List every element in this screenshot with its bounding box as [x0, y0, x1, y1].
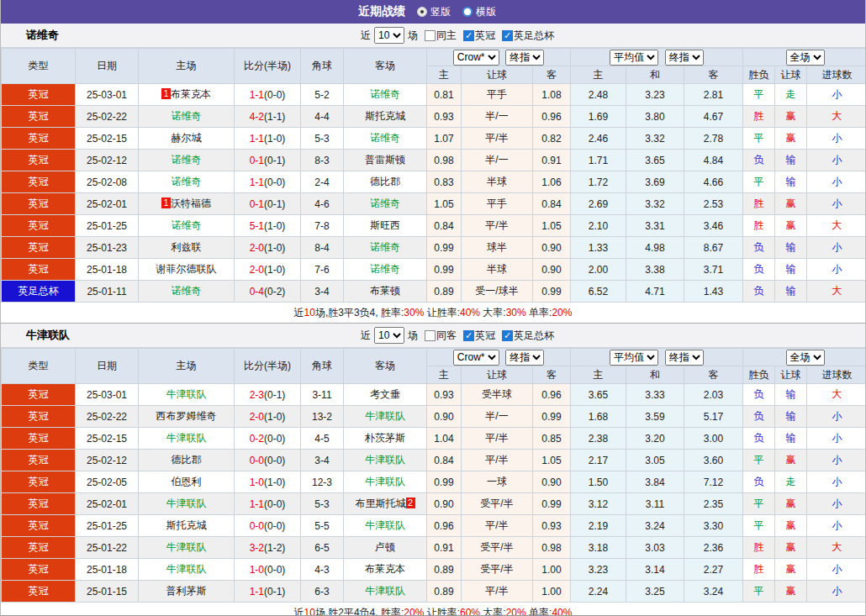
match-date: 25-02-12 [76, 450, 139, 471]
summary-segment: 近 [294, 307, 304, 319]
match-row: 英足总杯25-01-11诺维奇0-4(0-2)3-4布莱顿0.89受一/球半0.… [2, 281, 866, 303]
same-home-checkbox[interactable] [425, 30, 436, 41]
result-goals: 小 [807, 237, 866, 259]
result-goals: 小 [807, 259, 866, 281]
avg-home: 1.72 [571, 171, 626, 193]
summary-segment: 让胜率: [424, 307, 460, 319]
result-outcome: 负 [743, 384, 775, 406]
fulltime-score: 1-0 [250, 564, 264, 576]
league-badge: 英冠 [2, 84, 76, 106]
odds-provider-select[interactable]: Crow* [453, 350, 499, 366]
league-badge: 英冠 [2, 193, 76, 215]
avg-draw: 3.11 [626, 493, 684, 515]
odds-away: 0.99 [533, 406, 571, 428]
vertical-layout-radio[interactable] [417, 7, 427, 17]
fulltime-score: 2-0 [250, 411, 264, 423]
fulltime-score: 1-1 [250, 498, 264, 510]
away-team-name: 斯托克城 [365, 110, 405, 122]
result-handicap: 输 [775, 428, 807, 450]
home-team-name: 诺维奇 [172, 176, 202, 187]
avg-provider-select[interactable]: 平均值 [610, 50, 658, 66]
result-handicap: 赢 [775, 193, 807, 215]
result-handicap: 赢 [775, 537, 807, 559]
match-row: 英冠25-01-23利兹联2-0(1-0)8-4诺维奇0.99球半0.901.3… [2, 237, 866, 259]
section-oxford: 牛津联队 近 10 场 同客 英冠 英足总杯 类型 [1, 324, 865, 616]
avg-provider-select[interactable]: 平均值 [610, 350, 658, 366]
league-championship-checkbox[interactable] [463, 30, 474, 41]
home-team-cell: 1沃特福德 [139, 193, 235, 215]
home-team-cell: 诺维奇 [139, 171, 235, 193]
home-team-name: 斯托克城 [166, 519, 207, 531]
odds-home: 0.90 [427, 493, 462, 515]
match-date: 25-02-12 [76, 150, 139, 171]
red-card-badge: 1 [161, 197, 171, 208]
halftime-score: (1-0) [264, 264, 285, 276]
horizontal-layout-radio[interactable] [462, 7, 473, 17]
score-cell: 2-0(1-0) [235, 259, 301, 281]
halftime-score: (1-1) [264, 111, 285, 123]
corners: 2-4 [301, 171, 344, 193]
near-label: 近 [361, 329, 371, 343]
avg-time-select[interactable]: 终指 [665, 50, 704, 66]
summary-segment: 20% [404, 607, 424, 616]
home-team-cell: 诺维奇 [139, 215, 235, 237]
match-date: 25-02-15 [76, 428, 139, 450]
match-date: 25-01-25 [76, 515, 139, 537]
fulltime-score: 1-0 [250, 476, 264, 488]
odds-group-header: Crow* 终指 [427, 349, 571, 366]
match-count-select[interactable]: 10 [374, 327, 404, 344]
fulltime-score: 0-0 [250, 455, 264, 466]
avg-away: 4.66 [684, 171, 743, 193]
avg-home: 3.23 [571, 559, 626, 581]
odds-handicap: 平手 [462, 84, 533, 106]
avg-time-select[interactable]: 终指 [665, 350, 704, 366]
away-team-cell: 牛津联队 [344, 515, 427, 537]
league-badge: 英冠 [2, 581, 76, 603]
fa-cup-checkbox[interactable] [502, 30, 513, 41]
away-team-name: 德比郡 [370, 176, 400, 187]
scope-select[interactable]: 全场 [786, 50, 825, 66]
avg-away: 2.35 [684, 493, 743, 515]
section-summary: 近10场,胜3平3负4, 胜率:30% 让胜率:40% 大率:30% 单率:20… [1, 303, 865, 324]
away-team-cell: 布里斯托城2 [344, 493, 427, 515]
odds-home: 0.99 [427, 471, 462, 493]
result-outcome: 负 [743, 406, 775, 428]
odds-time-select[interactable]: 终指 [505, 50, 544, 66]
scope-select[interactable]: 全场 [786, 350, 825, 366]
league-badge: 英足总杯 [2, 281, 76, 303]
league-badge: 英冠 [2, 515, 76, 537]
summary-segment: 20% [506, 607, 526, 616]
col-score: 比分(半场) [235, 49, 301, 84]
result-handicap: 走 [775, 84, 807, 106]
score-cell: 1-1(0-0) [235, 84, 301, 106]
summary-segment: 30% [404, 307, 424, 319]
match-row: 英冠25-01-25斯托克城0-0(0-0)5-5牛津联队0.96平/半0.93… [2, 515, 866, 537]
odds-provider-select[interactable]: Crow* [453, 50, 499, 66]
same-away-checkbox[interactable] [425, 330, 436, 341]
away-team-cell: 布莱顿 [344, 281, 427, 303]
odds-away: 0.84 [533, 193, 571, 215]
score-cell: 1-0(0-0) [235, 559, 301, 581]
result-goals: 小 [807, 150, 866, 171]
result-outcome: 负 [743, 281, 775, 303]
result-handicap: 赢 [775, 106, 807, 128]
match-row: 英冠25-03-011布莱克本1-1(0-0)5-2诺维奇0.81平手1.082… [2, 84, 866, 106]
result-goals: 小 [807, 559, 866, 581]
league-championship-checkbox[interactable] [463, 330, 474, 341]
result-handicap: 赢 [775, 559, 807, 581]
avg-away: 7.12 [684, 471, 743, 493]
odds-time-select[interactable]: 终指 [505, 350, 544, 366]
result-goals: 小 [807, 84, 866, 106]
col-result: 胜负 [743, 366, 775, 384]
league-badge: 英冠 [2, 384, 76, 406]
match-row: 英冠25-01-25诺维奇5-1(1-0)7-8斯旺西0.84平/半1.052.… [2, 215, 866, 237]
result-goals: 小 [807, 128, 866, 150]
odds-handicap: 受平/半 [462, 559, 533, 581]
away-team-cell: 牛津联队 [344, 406, 427, 428]
away-team-name: 诺维奇 [370, 241, 400, 253]
fa-cup-checkbox[interactable] [502, 330, 513, 341]
corners: 4-6 [301, 193, 344, 215]
match-row: 英冠25-01-15普利茅斯1-1(0-1)6-3牛津联队0.89平/半1.00… [2, 581, 866, 603]
home-team-cell: 诺维奇 [139, 150, 235, 171]
match-count-select[interactable]: 10 [374, 27, 404, 44]
